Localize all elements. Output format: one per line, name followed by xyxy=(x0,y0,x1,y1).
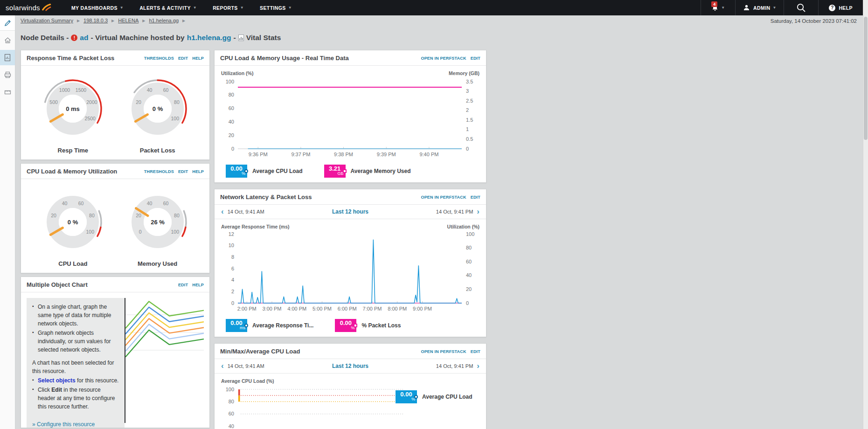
svg-text:6:00 PM: 6:00 PM xyxy=(338,306,357,311)
help-link[interactable]: HELP xyxy=(192,169,204,174)
legend-entry: 0.00%Average CPU Load xyxy=(396,390,472,403)
legend-label: Average Memory Used xyxy=(351,168,411,174)
time-forward-button[interactable]: › xyxy=(477,208,479,215)
svg-text:40: 40 xyxy=(466,272,472,278)
sidebar-item-home[interactable] xyxy=(0,33,15,48)
menu-settings[interactable]: SETTINGS▼ xyxy=(252,0,300,15)
select-objects-link[interactable]: Select objects xyxy=(38,377,76,384)
help-link[interactable]: HELP xyxy=(192,56,204,61)
notification-count-badge: 4 xyxy=(711,1,717,7)
breadcrumb-virtualization-summary[interactable]: Virtualization Summary xyxy=(21,18,73,23)
ports-icon xyxy=(4,88,12,96)
svg-text:80: 80 xyxy=(229,92,234,97)
panel-title: Network Latency & Packet Loss xyxy=(220,194,312,201)
page-title: Node Details - ! ad - Virtual Machine ho… xyxy=(21,34,281,42)
svg-text:60: 60 xyxy=(229,411,234,416)
svg-text:9:40 PM: 9:40 PM xyxy=(419,152,438,157)
left-icon-rail xyxy=(0,15,15,429)
open-in-perfstack-link[interactable]: OPEN IN PERFSTACK xyxy=(421,349,466,354)
svg-text:12: 12 xyxy=(229,231,234,237)
help-button[interactable]: ? HELP xyxy=(818,0,863,15)
panel-cpu-memory-utilization: CPU Load & Memory Utilization THRESHOLDS… xyxy=(21,163,210,273)
edit-link[interactable]: EDIT xyxy=(178,283,188,287)
multi-line-chart xyxy=(125,298,204,367)
help-link[interactable]: HELP xyxy=(192,283,204,287)
gauge-packet-loss: 204060801000 %Packet Loss xyxy=(122,72,193,154)
menu-alerts-activity[interactable]: ALERTS & ACTIVITY▼ xyxy=(132,0,205,15)
svg-text:7:00 PM: 7:00 PM xyxy=(363,306,382,311)
svg-text:9:00 PM: 9:00 PM xyxy=(413,306,432,311)
breadcrumb-cluster[interactable]: HELENA xyxy=(118,18,139,23)
svg-text:9:36 PM: 9:36 PM xyxy=(249,152,268,157)
svg-text:2: 2 xyxy=(231,289,234,294)
gauge-caption: Resp Time xyxy=(37,147,108,154)
svg-text:1.5: 1.5 xyxy=(466,117,473,123)
left-axis-label: Average Response Time (ms) xyxy=(221,224,289,229)
svg-text:100: 100 xyxy=(226,387,234,392)
gauge: 204060801000 % xyxy=(122,72,193,144)
panel-network-latency: Network Latency & Packet Loss OPEN IN PE… xyxy=(214,189,486,337)
svg-text:100: 100 xyxy=(466,231,474,237)
right-axis-label: Memory (GB) xyxy=(449,70,479,76)
panel-minmax-cpu-load: Min/Max/Average CPU Load OPEN IN PERFSTA… xyxy=(214,343,486,429)
panel-title: Response Time & Packet Loss xyxy=(27,55,114,62)
svg-text:60: 60 xyxy=(163,201,168,206)
edit-page-button[interactable] xyxy=(0,15,15,31)
svg-text:3:00 PM: 3:00 PM xyxy=(262,306,281,311)
chart-legend: 0.00msAverage Response Ti...0.00%% Packe… xyxy=(215,315,486,337)
legend-entry: 0.00msAverage Response Ti... xyxy=(226,319,313,332)
printer-icon xyxy=(4,71,12,79)
notifications-button[interactable]: 4 ▼ xyxy=(701,0,735,15)
svg-text:20: 20 xyxy=(466,286,472,292)
menu-reports[interactable]: REPORTS▼ xyxy=(205,0,252,15)
thresholds-link[interactable]: THRESHOLDS xyxy=(144,169,174,174)
time-range-selector[interactable]: Last 12 hours xyxy=(305,208,396,215)
svg-text:0: 0 xyxy=(231,146,234,152)
gauge-caption: CPU Load xyxy=(37,260,108,267)
svg-text:3.5: 3.5 xyxy=(466,79,473,84)
svg-text:0 ms: 0 ms xyxy=(66,105,80,112)
edit-link[interactable]: EDIT xyxy=(471,56,480,61)
svg-text:0: 0 xyxy=(466,146,469,152)
svg-text:0 %: 0 % xyxy=(152,105,163,112)
sidebar-item-network[interactable] xyxy=(0,84,15,100)
sidebar-item-summary[interactable] xyxy=(0,50,15,65)
time-back-button[interactable]: ‹ xyxy=(221,208,224,215)
left-axis-label: Average CPU Load (%) xyxy=(221,378,274,384)
left-axis-label: Utilization (%) xyxy=(221,70,253,76)
svg-text:100: 100 xyxy=(171,116,179,121)
latency-line-chart: 1210864201008060402002:00 PM3:00 PM4:00 … xyxy=(221,230,480,313)
node-link[interactable]: ad xyxy=(80,34,88,42)
time-range-selector[interactable]: Last 12 hours xyxy=(305,363,396,369)
moc-paragraph: A chart has not been selected for this r… xyxy=(32,359,119,375)
vertical-scrollbar[interactable] xyxy=(863,0,868,429)
moc-sample-chart xyxy=(125,298,204,428)
breadcrumb-separator-icon: ▶ xyxy=(142,19,145,23)
menu-my-dashboards[interactable]: MY DASHBOARDS▼ xyxy=(63,0,132,15)
open-in-perfstack-link[interactable]: OPEN IN PERFSTACK xyxy=(421,56,466,61)
legend-entry: 0.00%% Packet Loss xyxy=(335,319,401,332)
chevron-down-icon: ▼ xyxy=(288,6,292,10)
svg-text:2500: 2500 xyxy=(85,116,96,121)
edit-link[interactable]: EDIT xyxy=(471,349,480,354)
scrollbar-thumb[interactable] xyxy=(864,17,868,140)
time-forward-button[interactable]: › xyxy=(477,363,479,369)
time-back-button[interactable]: ‹ xyxy=(221,363,224,369)
edit-link[interactable]: EDIT xyxy=(471,195,480,200)
time-range-bar: ‹ 14 Oct, 9:41 AM Last 12 hours 14 Oct, … xyxy=(215,359,486,374)
solarwinds-logo[interactable]: solarwinds xyxy=(6,4,51,12)
legend-label: Average CPU Load xyxy=(252,168,303,174)
breadcrumb-node-ip[interactable]: 198.18.0.3 xyxy=(83,18,108,23)
legend-circle-marker-icon xyxy=(244,169,248,173)
breadcrumb-host[interactable]: h1.helena.gg xyxy=(149,18,179,23)
user-menu-button[interactable]: ADMIN ▼ xyxy=(735,0,784,15)
thresholds-link[interactable]: THRESHOLDS xyxy=(144,56,174,61)
search-button[interactable] xyxy=(784,0,818,15)
open-in-perfstack-link[interactable]: OPEN IN PERFSTACK xyxy=(421,195,466,200)
edit-link[interactable]: EDIT xyxy=(178,169,188,174)
edit-link[interactable]: EDIT xyxy=(178,56,188,61)
sidebar-item-devices[interactable] xyxy=(0,67,15,83)
configure-resource-link[interactable]: » Configure this resource xyxy=(32,420,95,428)
host-link[interactable]: h1.helena.gg xyxy=(187,34,231,42)
page-datetime: Saturday, 14 October 2023 07:41:02 xyxy=(771,18,857,24)
